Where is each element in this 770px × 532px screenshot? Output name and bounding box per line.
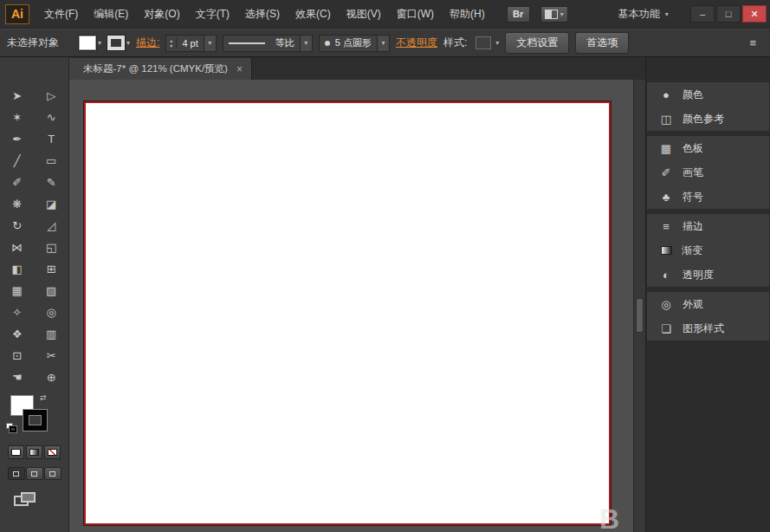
artboard-with-red-stroke-rectangle[interactable] bbox=[84, 101, 611, 525]
main-area: ➤ ▷ ✶ ∿ ✒ T ╱ ▭ ✐ ✎ ❋ ◪ ↻ ◿ ⋈ ◱ ◧ ⊞ ▦ ▨ bbox=[0, 57, 770, 532]
style-dropdown[interactable]: ▾ bbox=[473, 36, 499, 49]
rotate-tool[interactable]: ↻ bbox=[0, 215, 35, 237]
default-stroke-icon[interactable] bbox=[10, 426, 16, 432]
transparency-panel-button[interactable]: ◐ 透明度 bbox=[647, 263, 769, 287]
preferences-button[interactable]: 首选项 bbox=[575, 32, 629, 54]
lasso-tool[interactable]: ∿ bbox=[35, 107, 69, 128]
menu-view[interactable]: 视图(V) bbox=[339, 0, 389, 28]
mesh-tool[interactable]: ▦ bbox=[0, 280, 35, 302]
slice-tool[interactable]: ✂ bbox=[35, 345, 69, 367]
brushes-panel-icon: ✐ bbox=[659, 166, 673, 179]
stroke-weight-dropdown[interactable]: ▾ bbox=[204, 36, 216, 51]
stroke-panel-button[interactable]: ≡ 描边 bbox=[647, 214, 769, 238]
rectangle-tool[interactable]: ▭ bbox=[35, 150, 69, 172]
blob-brush-tool[interactable]: ❋ bbox=[0, 193, 35, 215]
stroke-weight-value[interactable]: 4 pt bbox=[177, 38, 203, 49]
color-guide-panel-icon: ◫ bbox=[659, 113, 673, 126]
stroke-color-indicator[interactable] bbox=[23, 410, 47, 431]
shape-builder-tool[interactable]: ◧ bbox=[0, 258, 35, 280]
stroke-panel-link[interactable]: 描边: bbox=[136, 36, 159, 50]
free-transform-tool[interactable]: ◱ bbox=[35, 237, 69, 258]
symbols-panel-button[interactable]: ♣ 符号 bbox=[647, 185, 769, 209]
color-guide-panel-button[interactable]: ◫ 颜色参考 bbox=[647, 107, 769, 131]
draw-normal-button[interactable] bbox=[8, 467, 25, 480]
menu-file[interactable]: 文件(F) bbox=[36, 0, 86, 28]
menu-window[interactable]: 窗口(W) bbox=[389, 0, 442, 28]
fill-color-dropdown[interactable]: ▾ bbox=[79, 36, 101, 50]
width-tool[interactable]: ⋈ bbox=[0, 237, 35, 258]
scrollbar-thumb[interactable] bbox=[636, 298, 644, 333]
brush-caret[interactable]: ▾ bbox=[377, 36, 389, 51]
tool-grid: ➤ ▷ ✶ ∿ ✒ T ╱ ▭ ✐ ✎ ❋ ◪ ↻ ◿ ⋈ ◱ ◧ ⊞ ▦ ▨ bbox=[0, 85, 68, 388]
swatches-panel-icon: ▦ bbox=[659, 142, 673, 155]
width-profile-caret[interactable]: ▾ bbox=[300, 36, 312, 51]
paintbrush-tool[interactable]: ✐ bbox=[0, 172, 35, 193]
minimize-button[interactable]: – bbox=[690, 5, 715, 23]
gradient-panel-button[interactable]: 透明度 渐变 bbox=[647, 238, 769, 263]
selection-tool[interactable]: ➤ bbox=[0, 85, 35, 107]
document-setup-button[interactable]: 文档设置 bbox=[505, 32, 569, 54]
chevron-down-icon: ▾ bbox=[495, 39, 499, 47]
color-panel-button[interactable]: ● 颜色 bbox=[647, 82, 769, 107]
chevron-down-icon: ▾ bbox=[665, 10, 669, 18]
scale-tool[interactable]: ◿ bbox=[35, 215, 69, 237]
stroke-weight-stepper[interactable]: ▴▾ 4 pt ▾ bbox=[165, 35, 216, 52]
direct-selection-tool[interactable]: ▷ bbox=[35, 85, 69, 107]
pencil-tool[interactable]: ✎ bbox=[35, 172, 69, 193]
width-profile-value: 等比 bbox=[270, 36, 300, 49]
blend-tool[interactable]: ◎ bbox=[35, 302, 69, 323]
eraser-tool[interactable]: ◪ bbox=[35, 193, 69, 215]
tab-close-icon[interactable]: × bbox=[236, 63, 243, 75]
stroke-swatch[interactable] bbox=[107, 36, 125, 50]
pen-tool[interactable]: ✒ bbox=[0, 128, 35, 150]
chevron-down-icon: ▾ bbox=[560, 10, 564, 18]
type-tool[interactable]: T bbox=[35, 128, 69, 150]
appearance-panel-button[interactable]: ◎ 外观 bbox=[647, 292, 769, 316]
arrange-documents-button[interactable]: ▾ bbox=[540, 6, 568, 23]
hand-tool[interactable]: ☚ bbox=[0, 367, 35, 388]
panel-label: 颜色参考 bbox=[683, 112, 724, 127]
menu-select[interactable]: 选择(S) bbox=[237, 0, 288, 28]
canvas[interactable]: B bbox=[69, 80, 633, 532]
draw-inside-button[interactable] bbox=[44, 467, 61, 480]
symbol-sprayer-tool[interactable]: ❖ bbox=[0, 323, 35, 345]
illustrator-window: Ai 文件(F) 编辑(E) 对象(O) 文字(T) 选择(S) 效果(C) 视… bbox=[0, 0, 770, 532]
menu-object[interactable]: 对象(O) bbox=[136, 0, 187, 28]
brush-dropdown[interactable]: 5 点圆形 ▾ bbox=[319, 35, 390, 52]
column-graph-tool[interactable]: ▥ bbox=[35, 323, 69, 345]
workspace-switcher[interactable]: 基本功能 ▾ bbox=[613, 5, 674, 23]
opacity-panel-link[interactable]: 不透明度 bbox=[396, 36, 437, 50]
fill-swatch[interactable] bbox=[79, 36, 96, 50]
stroke-color-dropdown[interactable]: ▾ bbox=[107, 36, 130, 50]
maximize-button[interactable]: □ bbox=[716, 5, 741, 23]
magic-wand-tool[interactable]: ✶ bbox=[0, 107, 35, 128]
document-tab[interactable]: 未标题-7* @ 121% (CMYK/预览) × bbox=[69, 58, 252, 80]
graphic-styles-panel-button[interactable]: ❏ 图形样式 bbox=[647, 316, 769, 341]
control-bar: 未选择对象 ▾ ▾ 描边: ▴▾ 4 pt ▾ 等比 ▾ 5 点圆形 ▾ 不 bbox=[0, 29, 770, 57]
none-button[interactable] bbox=[44, 445, 61, 459]
brushes-panel-button[interactable]: ✐ 画笔 bbox=[647, 160, 769, 185]
gradient-button[interactable] bbox=[26, 445, 42, 459]
swatches-panel-button[interactable]: ▦ 色板 bbox=[647, 136, 769, 160]
screen-mode-button[interactable] bbox=[14, 492, 40, 509]
menu-type[interactable]: 文字(T) bbox=[188, 0, 237, 28]
artboard-tool[interactable]: ⊡ bbox=[0, 345, 35, 367]
swap-fill-stroke-icon[interactable]: ⇄ bbox=[40, 393, 47, 402]
color-button[interactable] bbox=[8, 445, 24, 459]
zoom-tool[interactable]: ⊕ bbox=[35, 367, 69, 388]
draw-behind-button[interactable] bbox=[26, 467, 43, 480]
bridge-button[interactable]: Br bbox=[507, 6, 530, 23]
gradient-tool[interactable]: ▨ bbox=[35, 280, 69, 302]
vertical-scrollbar[interactable] bbox=[633, 80, 645, 532]
eyedropper-tool[interactable]: ✧ bbox=[0, 302, 35, 323]
close-button[interactable]: ✕ bbox=[742, 5, 767, 23]
control-panel-menu-icon[interactable]: ≡ bbox=[742, 36, 763, 49]
perspective-grid-tool[interactable]: ⊞ bbox=[35, 258, 69, 280]
menu-effect[interactable]: 效果(C) bbox=[288, 0, 339, 28]
width-profile-dropdown[interactable]: 等比 ▾ bbox=[223, 35, 313, 52]
stepper-arrows-icon[interactable]: ▴▾ bbox=[166, 38, 177, 49]
line-segment-tool[interactable]: ╱ bbox=[0, 150, 35, 172]
menu-edit[interactable]: 编辑(E) bbox=[86, 0, 136, 28]
menu-help[interactable]: 帮助(H) bbox=[442, 0, 493, 28]
chevron-down-icon: ▾ bbox=[126, 39, 130, 47]
